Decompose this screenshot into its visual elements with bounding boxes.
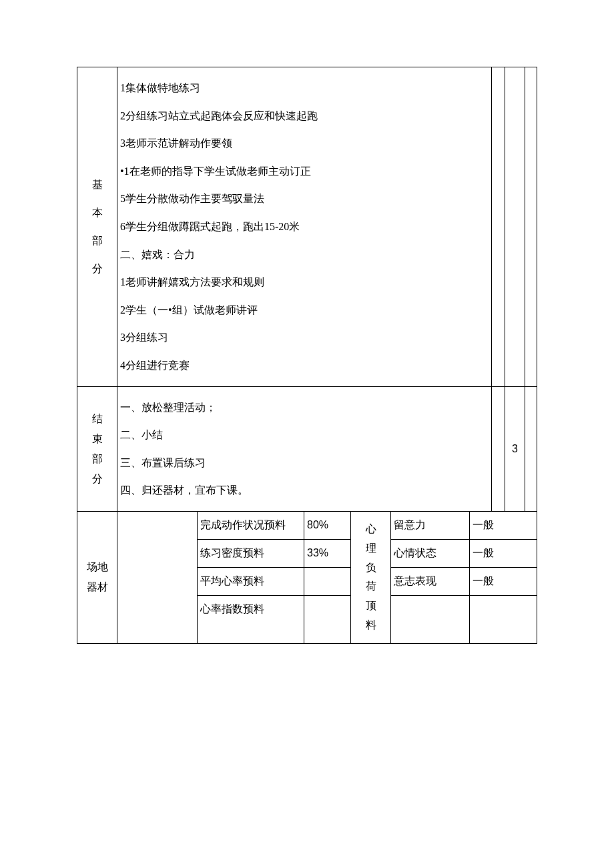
label-char: 部 <box>77 454 117 464</box>
label-char: 分 <box>77 474 117 484</box>
metric-value <box>304 567 351 595</box>
content-line: 3分组练习 <box>120 324 489 352</box>
narrow-col-1b <box>492 386 505 511</box>
content-line: •1在老师的指导下学生试做老师主动订正 <box>120 157 489 185</box>
label-char: 分 <box>77 264 117 274</box>
label-char: 料 <box>354 616 388 635</box>
field-equipment-label: 场地 器材 <box>77 511 117 643</box>
metric-value: 80% <box>304 511 351 539</box>
metric-value: 33% <box>304 539 351 567</box>
end-duration: 3 <box>505 386 525 511</box>
content-line: 四、归还器材，宜布下课。 <box>120 476 489 504</box>
psych-item-value: 一般 <box>470 567 537 595</box>
label-char: 负 <box>354 558 388 578</box>
label-char: 结 <box>77 414 117 424</box>
content-line: 2学生（一•组）试做老师讲评 <box>120 296 489 324</box>
label-char: 基 <box>77 179 117 190</box>
label-char: 器材 <box>80 582 114 592</box>
label-char: 荷 <box>354 577 388 596</box>
content-line: 5学生分散做动作主要驾驭量法 <box>120 185 489 213</box>
field-equipment-content <box>117 511 198 643</box>
content-line: 6学生分组做蹲踞式起跑，跑出15-20米 <box>120 213 489 241</box>
psych-item-value: 一般 <box>470 539 537 567</box>
lesson-plan-table: 基 本 部 分 1集体做特地练习 2分组练习站立式起跑体会反应和快速起跑 3老师… <box>77 67 537 644</box>
label-char: 束 <box>77 434 117 444</box>
psych-load-label: 心 理 负 荷 顶 料 <box>351 511 391 643</box>
narrow-col-3 <box>525 67 537 387</box>
content-line: 二、小结 <box>120 421 489 449</box>
content-line: 4分组进行竞赛 <box>120 352 489 380</box>
content-line: 1老师讲解嬉戏方法要求和规则 <box>120 268 489 296</box>
psych-item-label <box>391 595 470 643</box>
content-line: 三、布置课后练习 <box>120 449 489 477</box>
metric-label: 心率指数预料 <box>198 595 304 643</box>
section-end-content: 一、放松整理活动； 二、小结 三、布置课后练习 四、归还器材，宜布下课。 <box>117 386 492 511</box>
section-basic-content: 1集体做特地练习 2分组练习站立式起跑体会反应和快速起跑 3老师示范讲解动作要领… <box>117 67 492 387</box>
content-line: 1集体做特地练习 <box>120 74 489 102</box>
label-char: 本 <box>77 207 117 218</box>
label-char: 心 <box>354 520 388 539</box>
psych-item-label: 意志表现 <box>391 567 470 595</box>
narrow-col-3b <box>525 386 537 511</box>
content-line: 一、放松整理活动； <box>120 394 489 422</box>
label-char: 场地 <box>80 562 114 572</box>
metric-value <box>304 595 351 643</box>
label-char: 部 <box>77 236 117 246</box>
label-char: 顶 <box>354 596 388 616</box>
psych-item-label: 心情状态 <box>391 539 470 567</box>
psych-item-value <box>470 595 537 643</box>
psych-item-label: 留意力 <box>391 511 470 539</box>
section-basic-label: 基 本 部 分 <box>77 67 117 387</box>
content-line: 2分组练习站立式起跑体会反应和快速起跑 <box>120 102 489 130</box>
metric-label: 练习密度预料 <box>198 539 304 567</box>
content-line: 3老师示范讲解动作要领 <box>120 129 489 157</box>
section-end-label: 结 束 部 分 <box>77 386 117 511</box>
content-line: 二、嬉戏：合力 <box>120 241 489 269</box>
narrow-col-2 <box>505 67 525 387</box>
metric-label: 平均心率预料 <box>198 567 304 595</box>
narrow-col-1 <box>492 67 505 387</box>
label-char: 理 <box>354 539 388 558</box>
metric-label: 完成动作状况预料 <box>198 511 304 539</box>
psych-item-value: 一般 <box>470 511 537 539</box>
